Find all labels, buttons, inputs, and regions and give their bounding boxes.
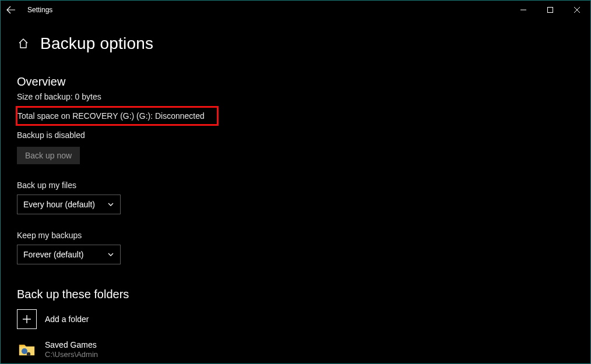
backup-size-line: Size of backup: 0 bytes (17, 91, 590, 103)
svg-point-2 (27, 352, 30, 356)
home-button[interactable] (17, 37, 30, 50)
add-folder-row[interactable]: Add a folder (17, 309, 590, 329)
overview-heading: Overview (17, 75, 590, 89)
add-folder-button[interactable] (17, 309, 37, 329)
svg-rect-0 (548, 8, 553, 13)
minimize-icon (520, 7, 526, 13)
frequency-label: Back up my files (17, 181, 590, 190)
chevron-down-icon (107, 201, 114, 208)
retention-selected: Forever (default) (23, 250, 83, 259)
folders-heading: Back up these folders (17, 288, 590, 301)
page-title: Backup options (40, 34, 153, 53)
titlebar: Settings (1, 1, 590, 19)
highlight-annotation: Total space on RECOVERY (G:) (G:): Disco… (16, 106, 219, 126)
frequency-dropdown[interactable]: Every hour (default) (17, 195, 121, 214)
saved-games-folder-icon (19, 342, 35, 356)
backup-now-button: Back up now (17, 147, 80, 164)
maximize-button[interactable] (537, 1, 564, 19)
drive-space-line: Total space on RECOVERY (G:) (G:): Disco… (17, 110, 212, 122)
chevron-down-icon (107, 251, 114, 258)
arrow-left-icon (6, 5, 16, 15)
backup-status-line: Backup is disabled (17, 129, 590, 141)
svg-point-1 (22, 348, 27, 354)
back-button[interactable] (5, 4, 17, 16)
folder-info: Saved Games C:\Users\Admin (45, 340, 98, 359)
window-controls (510, 1, 590, 19)
folder-icon (17, 340, 37, 359)
close-icon (574, 7, 580, 13)
retention-label: Keep my backups (17, 231, 590, 240)
app-title: Settings (27, 6, 52, 14)
plus-icon (22, 314, 32, 324)
content: Overview Size of backup: 0 bytes Total s… (1, 53, 590, 359)
minimize-button[interactable] (510, 1, 537, 19)
home-icon (17, 38, 29, 50)
maximize-icon (547, 7, 553, 13)
titlebar-left: Settings (5, 4, 52, 16)
close-button[interactable] (564, 1, 590, 19)
frequency-selected: Every hour (default) (23, 200, 95, 209)
add-folder-label: Add a folder (45, 314, 89, 324)
folder-item[interactable]: Saved Games C:\Users\Admin (17, 340, 590, 359)
retention-dropdown[interactable]: Forever (default) (17, 245, 121, 264)
folder-name: Saved Games (45, 340, 98, 350)
page-header: Backup options (1, 19, 590, 53)
folder-path: C:\Users\Admin (45, 350, 98, 359)
